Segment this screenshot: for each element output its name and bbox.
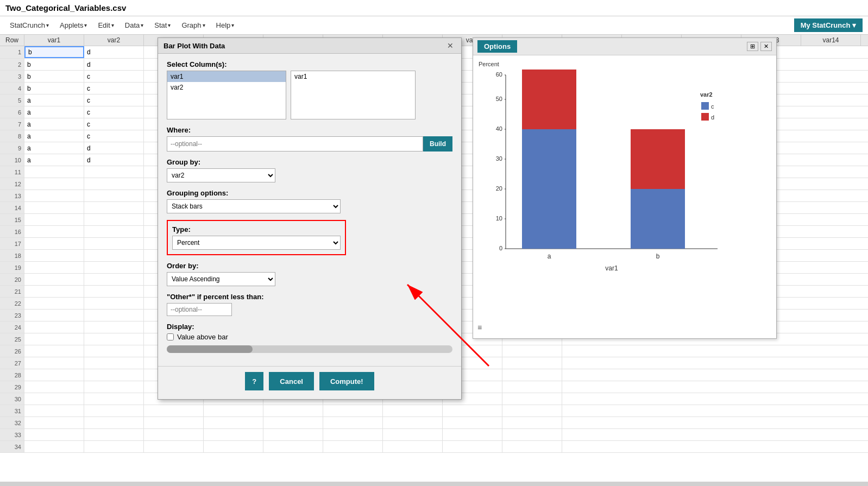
cell-empty[interactable] [443,417,502,428]
cell-var1[interactable]: b [24,46,84,58]
cell-empty[interactable] [263,429,323,440]
cell-var2[interactable]: d [84,46,144,58]
menu-graph[interactable]: Graph ▾ [177,19,209,31]
cell-var2[interactable] [84,214,144,225]
build-button[interactable]: Build [423,136,452,152]
help-button[interactable]: ? [245,372,263,390]
menu-stat[interactable]: Stat ▾ [150,19,175,31]
cell-var1[interactable] [24,178,84,190]
bar-a-c[interactable] [522,129,576,249]
menu-data[interactable]: Data ▾ [121,19,148,31]
col-header-var2[interactable]: var2 [84,35,144,46]
cell-empty[interactable] [502,357,562,369]
cell-var2[interactable] [84,190,144,201]
cancel-button[interactable]: Cancel [269,372,314,390]
cell-empty[interactable] [323,417,383,428]
cell-var1[interactable] [24,357,84,369]
cell-empty[interactable] [502,405,562,416]
cell-empty[interactable] [263,405,323,416]
cell-var2[interactable] [84,357,144,369]
cell-empty[interactable] [204,429,263,440]
cell-var1[interactable] [24,274,84,285]
cell-var2[interactable]: d [84,154,144,166]
chart-menu-icon[interactable]: ≡ [477,323,482,332]
cell-var2[interactable]: c [84,106,144,118]
cell-empty[interactable] [502,429,562,440]
cell-empty[interactable] [263,441,323,452]
cell-var1[interactable]: b [24,59,84,70]
cell-var1[interactable] [24,238,84,249]
cell-var2[interactable]: d [84,59,144,70]
column-list-right[interactable]: var1 [291,71,416,119]
cell-var2[interactable] [84,310,144,321]
cell-var1[interactable] [24,310,84,321]
cell-empty[interactable] [144,405,204,416]
cell-var2[interactable] [84,226,144,237]
panel-close-button[interactable]: ✕ [760,42,772,51]
cell-empty[interactable] [443,429,502,440]
scrollbar-thumb[interactable] [167,345,253,353]
cell-var1[interactable] [24,250,84,261]
cell-var1[interactable] [24,429,84,440]
cell-var2[interactable] [84,166,144,178]
cell-var1[interactable]: b [24,83,84,94]
cell-var1[interactable] [24,226,84,237]
cell-empty[interactable] [502,441,562,452]
col-list-item-var1[interactable]: var1 [167,71,286,82]
cell-empty[interactable] [383,429,443,440]
cell-empty[interactable] [323,405,383,416]
cell-var1[interactable] [24,441,84,452]
cell-var1[interactable] [24,321,84,333]
cell-var2[interactable] [84,333,144,345]
cell-empty[interactable] [502,381,562,393]
cell-var1[interactable] [24,393,84,405]
cell-var1[interactable] [24,298,84,309]
menu-applets[interactable]: Applets ▾ [55,19,91,31]
where-input[interactable] [167,136,423,152]
dialog-close-button[interactable]: ✕ [445,41,456,50]
bar-b-d[interactable] [631,129,685,189]
col-header-var1[interactable]: var1 [24,35,84,46]
cell-empty[interactable] [383,417,443,428]
cell-empty[interactable] [502,345,562,357]
cell-var2[interactable] [84,393,144,405]
cell-var2[interactable] [84,369,144,381]
column-list-left[interactable]: var1 var2 [167,71,286,119]
cell-empty[interactable] [204,417,263,428]
cell-var1[interactable] [24,345,84,357]
col-list-item-var2[interactable]: var2 [167,82,286,93]
cell-empty[interactable] [144,441,204,452]
cell-var1[interactable]: a [24,106,84,118]
cell-var1[interactable] [24,417,84,428]
scrollbar-track[interactable] [167,345,452,353]
panel-expand-button[interactable]: ⊞ [747,42,758,51]
cell-var2[interactable] [84,262,144,273]
cell-empty[interactable] [443,441,502,452]
cell-var1[interactable]: a [24,118,84,130]
group-by-dropdown[interactable]: var2 [167,168,275,182]
cell-empty[interactable] [204,441,263,452]
cell-var2[interactable] [84,250,144,261]
cell-var1[interactable] [24,202,84,213]
cell-var2[interactable]: d [84,142,144,154]
cell-var1[interactable] [24,190,84,201]
cell-var2[interactable] [84,298,144,309]
cell-empty[interactable] [144,417,204,428]
type-dropdown[interactable]: Percent Frequency [172,236,341,250]
cell-var2[interactable] [84,405,144,416]
cell-var2[interactable]: c [84,71,144,82]
cell-var1[interactable] [24,405,84,416]
cell-var1[interactable]: a [24,154,84,166]
menu-edit[interactable]: Edit ▾ [93,19,118,31]
cell-var2[interactable]: c [84,83,144,94]
cell-empty[interactable] [323,441,383,452]
cell-empty[interactable] [502,417,562,428]
my-statcrunch-button[interactable]: My StatCrunch ▾ [794,18,863,32]
cell-var2[interactable]: c [84,130,144,142]
compute-button[interactable]: Compute! [319,372,374,390]
cell-var2[interactable] [84,321,144,333]
cell-var1[interactable]: a [24,142,84,154]
cell-var1[interactable] [24,286,84,297]
cell-var2[interactable] [84,441,144,452]
col-header-var14[interactable]: var14 [801,35,861,46]
